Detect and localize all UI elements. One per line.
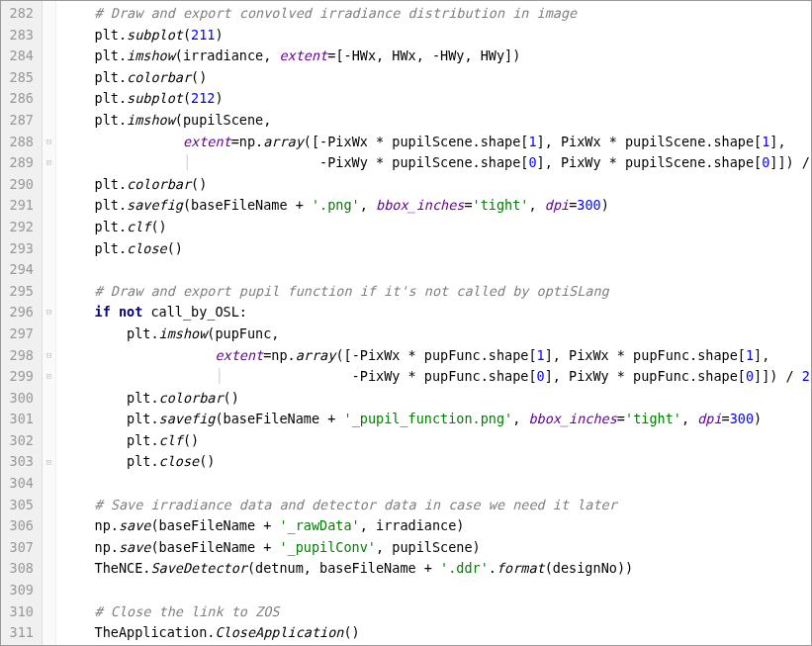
code-line[interactable]: plt.imshow(pupFunc,: [62, 323, 812, 345]
line-number: 296: [7, 302, 34, 323]
fold-column[interactable]: ⊟⊡⊟⊟⊡⊡: [43, 1, 56, 645]
code-line[interactable]: # Draw and export pupil function if it's…: [62, 281, 812, 303]
code-token: plt.: [62, 219, 127, 234]
code-token: 1: [746, 347, 754, 363]
line-number: 288: [7, 132, 34, 153]
code-line[interactable]: plt.imshow(irradiance, extent=[-HWx, HWx…: [62, 46, 812, 67]
code-line[interactable]: plt.subplot(211): [62, 25, 812, 46]
code-line[interactable]: [62, 580, 812, 601]
code-token: ([-PixWx * pupFunc.shape[: [335, 347, 536, 363]
code-line[interactable]: np.save(baseFileName + '_pupilConv', pup…: [62, 537, 812, 559]
code-line[interactable]: plt.close(): [62, 451, 812, 473]
code-line[interactable]: plt.clf(): [62, 430, 812, 452]
code-line[interactable]: # Close the link to ZOS: [62, 601, 812, 623]
line-number: 286: [7, 88, 34, 110]
code-line[interactable]: extent=np.array([-PixWx * pupilScene.sha…: [62, 132, 812, 153]
code-line[interactable]: plt.colorbar(): [62, 174, 812, 196]
line-number: 294: [7, 259, 34, 281]
code-token: [62, 154, 183, 170]
code-token: TheNCE.: [62, 560, 150, 576]
code-token: ([-PixWx * pupilScene.shape[: [304, 134, 529, 149]
code-line[interactable]: │ -PixWy * pupFunc.shape[0], PixWy * pup…: [62, 366, 812, 388]
code-line[interactable]: TheNCE.SaveDetector(detnum, baseFileName…: [62, 558, 812, 580]
code-token: 1: [528, 134, 536, 149]
code-line[interactable]: if not call_by_OSL:: [62, 302, 812, 323]
code-line[interactable]: plt.savefig(baseFileName + '.png', bbox_…: [62, 195, 812, 217]
code-line[interactable]: plt.colorbar(): [62, 67, 812, 89]
code-token: save: [119, 539, 151, 555]
line-number: 292: [7, 217, 34, 238]
code-token: 300: [730, 411, 754, 426]
code-token: (: [183, 90, 191, 106]
code-line[interactable]: # Save irradiance data and detector data…: [62, 495, 812, 516]
code-line[interactable]: │ -PixWy * pupilScene.shape[0], PixWy * …: [62, 152, 812, 174]
code-token: [62, 368, 215, 384]
line-number: 289: [7, 152, 34, 174]
code-token: (): [191, 69, 207, 85]
code-token: plt.: [62, 90, 127, 106]
code-line[interactable]: plt.colorbar(): [62, 388, 812, 410]
code-token: ,: [528, 197, 544, 213]
code-line[interactable]: extent=np.array([-PixWx * pupFunc.shape[…: [62, 345, 812, 367]
code-token: (baseFileName +: [215, 411, 343, 426]
fold-toggle-icon[interactable]: ⊡: [44, 457, 54, 468]
code-line[interactable]: plt.savefig(baseFileName + '_pupil_funct…: [62, 409, 812, 430]
line-number: 298: [7, 345, 34, 367]
line-number: 291: [7, 195, 34, 217]
code-token: (irradiance,: [175, 47, 280, 63]
code-token: ,: [681, 411, 697, 426]
code-editor[interactable]: 2822832842852862872882892902912922932942…: [1, 1, 811, 645]
code-token: call_by_OSL:: [142, 304, 247, 320]
code-line[interactable]: plt.close(): [62, 238, 812, 260]
code-token: [62, 283, 95, 299]
code-area[interactable]: # Draw and export convolved irradiance d…: [56, 1, 812, 645]
code-line[interactable]: [62, 473, 812, 495]
line-number-gutter: 2822832842852862872882892902912922932942…: [1, 1, 43, 645]
code-token: [62, 134, 183, 149]
code-line[interactable]: # Draw and export convolved irradiance d…: [62, 3, 812, 25]
code-line[interactable]: plt.subplot(212): [62, 88, 812, 110]
code-token: '_rawData': [279, 517, 359, 533]
fold-toggle-icon[interactable]: ⊟: [44, 137, 54, 147]
code-token: 212: [191, 90, 215, 106]
line-number: 285: [7, 67, 34, 89]
code-token: (): [224, 390, 239, 406]
code-line[interactable]: plt.clf(): [62, 217, 812, 238]
code-token: ): [754, 411, 762, 426]
code-line[interactable]: np.save(baseFileName + '_rawData', irrad…: [62, 515, 812, 537]
code-token: imshow: [127, 47, 175, 63]
code-token: '.png': [312, 197, 360, 213]
code-token: clf: [127, 219, 150, 234]
code-token: ,: [360, 197, 376, 213]
code-token: plt.: [62, 390, 159, 406]
fold-toggle-icon[interactable]: ⊡: [44, 157, 54, 168]
fold-toggle-icon[interactable]: ⊡: [44, 371, 54, 382]
code-token: (pupFunc,: [207, 325, 279, 341]
code-token: close: [159, 453, 200, 469]
code-token: plt.: [62, 112, 127, 128]
code-token: , irradiance): [360, 517, 465, 533]
line-number: 299: [7, 366, 34, 388]
line-number: 297: [7, 323, 34, 345]
fold-toggle-icon[interactable]: ⊟: [44, 350, 54, 361]
line-number: 301: [7, 409, 34, 430]
line-number: 290: [7, 174, 34, 196]
code-token: [62, 603, 95, 619]
code-token: subplot: [127, 27, 183, 43]
code-token: CloseApplication: [215, 624, 343, 640]
code-token: '_pupil_function.png': [344, 411, 513, 426]
code-token: np.: [62, 517, 119, 533]
code-token: array: [263, 134, 304, 149]
code-token: extent: [183, 134, 231, 149]
code-line[interactable]: plt.imshow(pupilScene,: [62, 110, 812, 132]
code-token: 0: [528, 154, 536, 170]
code-line[interactable]: [62, 259, 812, 281]
code-line[interactable]: TheApplication.CloseApplication(): [62, 622, 812, 644]
code-token: 1: [537, 347, 545, 363]
code-token: [62, 304, 95, 320]
code-token: =: [722, 411, 730, 426]
code-token: colorbar: [159, 390, 224, 406]
code-token: colorbar: [127, 69, 191, 85]
fold-toggle-icon[interactable]: ⊟: [44, 307, 54, 318]
code-token: (baseFileName +: [150, 539, 279, 555]
